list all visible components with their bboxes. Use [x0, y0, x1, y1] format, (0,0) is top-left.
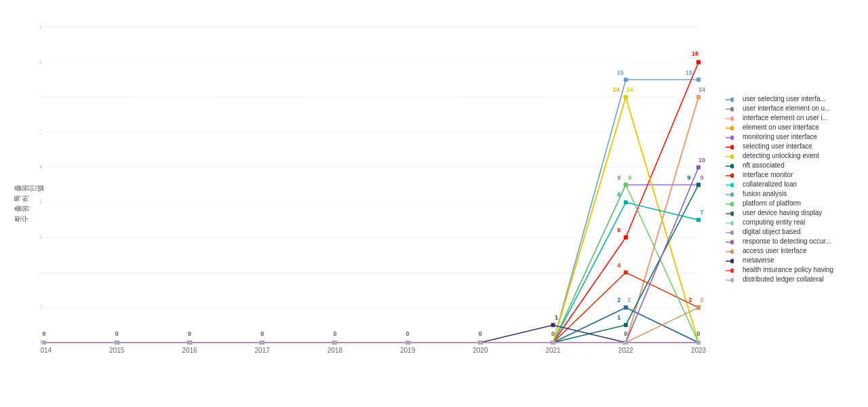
svg-point-33: [730, 250, 734, 254]
legend-item: nft associated: [726, 161, 861, 169]
svg-point-13: [730, 155, 734, 159]
legend-label: metaverse: [743, 256, 774, 264]
legend-label: monitoring user interface: [743, 133, 817, 140]
legend-item: element on user interface: [726, 123, 861, 131]
legend-color-dot: [726, 182, 739, 187]
legend-item: fusion analysis: [726, 190, 861, 197]
legend-area: user selecting user interfa...user inter…: [719, 0, 868, 407]
chart-container: 출원인별특허출원횟수 user selecting user interfa..…: [0, 0, 868, 407]
svg-point-19: [730, 183, 734, 187]
legend-label: element on user interface: [743, 123, 819, 131]
legend-color-dot: [726, 125, 739, 130]
legend-label: collateralized loan: [743, 180, 797, 188]
legend-label: user interface element on u...: [743, 104, 831, 112]
legend-item: collateralized loan: [726, 180, 861, 188]
legend-color-dot: [726, 153, 739, 159]
main-chart: [41, 14, 712, 366]
legend-label: nft associated: [743, 161, 785, 169]
legend-label: response to detecting occur...: [743, 237, 831, 245]
legend-item: computing entity real: [726, 218, 861, 226]
legend-label: interface element on user i...: [743, 114, 828, 121]
legend-item: platform of platform: [726, 199, 861, 207]
legend-item: user selecting user interfa...: [726, 95, 861, 102]
legend-item: user device having display: [726, 209, 861, 216]
chart-area: 출원인별특허출원횟수: [0, 0, 719, 407]
legend-color-dot: [726, 163, 739, 168]
legend-label: interface monitor: [743, 171, 793, 178]
legend-label: health insurance policy having: [743, 266, 833, 273]
legend-color-dot: [726, 134, 739, 140]
svg-point-7: [730, 126, 734, 130]
legend-color-dot: [726, 115, 739, 121]
legend-color-dot: [726, 172, 739, 178]
legend-item: metaverse: [726, 256, 861, 264]
legend-color-dot: [726, 106, 739, 111]
legend-item: access user interface: [726, 247, 861, 254]
svg-point-35: [730, 259, 734, 263]
legend-color-dot: [726, 191, 739, 197]
legend-color-dot: [726, 229, 739, 235]
legend-color-dot: [726, 248, 739, 254]
legend-color-dot: [726, 201, 739, 206]
svg-point-3: [730, 107, 734, 111]
legend-color-dot: [726, 96, 739, 102]
svg-point-9: [730, 136, 734, 140]
legend-color-dot: [726, 267, 739, 273]
legend-label: access user interface: [743, 247, 807, 254]
legend-color-dot: [726, 239, 739, 244]
svg-point-5: [730, 117, 734, 121]
svg-point-23: [730, 202, 734, 206]
svg-point-37: [730, 269, 734, 273]
legend-item: detecting unlocking event: [726, 152, 861, 159]
legend-item: user interface element on u...: [726, 104, 861, 112]
svg-point-31: [730, 240, 734, 244]
legend-label: platform of platform: [743, 199, 801, 207]
svg-point-1: [730, 98, 734, 102]
legend-color-dot: [726, 277, 739, 282]
legend-item: monitoring user interface: [726, 133, 861, 140]
svg-point-15: [730, 164, 734, 168]
legend-label: distributed ledger collateral: [743, 275, 824, 283]
legend-item: interface element on user i...: [726, 114, 861, 121]
legend-label: selecting user interface: [743, 142, 812, 150]
legend-label: computing entity real: [743, 218, 805, 226]
legend-color-dot: [726, 210, 739, 216]
svg-point-11: [730, 145, 734, 149]
legend-color-dot: [726, 144, 739, 149]
legend-label: user selecting user interfa...: [743, 95, 826, 102]
legend-label: digital object based: [743, 228, 801, 235]
legend-color-dot: [726, 220, 739, 225]
y-axis-label: 출원인별특허출원횟수: [9, 183, 39, 224]
legend-color-dot: [726, 258, 739, 263]
legend-label: user device having display: [743, 209, 822, 216]
svg-point-21: [730, 193, 734, 197]
legend-item: digital object based: [726, 228, 861, 235]
legend-item: selecting user interface: [726, 142, 861, 150]
legend-item: distributed ledger collateral: [726, 275, 861, 283]
legend-label: fusion analysis: [743, 190, 787, 197]
svg-point-39: [730, 278, 734, 282]
legend-label: detecting unlocking event: [743, 152, 819, 159]
svg-point-29: [730, 231, 734, 235]
legend-item: interface monitor: [726, 171, 861, 178]
svg-point-27: [730, 221, 734, 225]
legend-item: health insurance policy having: [726, 266, 861, 273]
legend-item: response to detecting occur...: [726, 237, 861, 245]
svg-point-25: [730, 212, 734, 216]
svg-point-17: [730, 174, 734, 178]
